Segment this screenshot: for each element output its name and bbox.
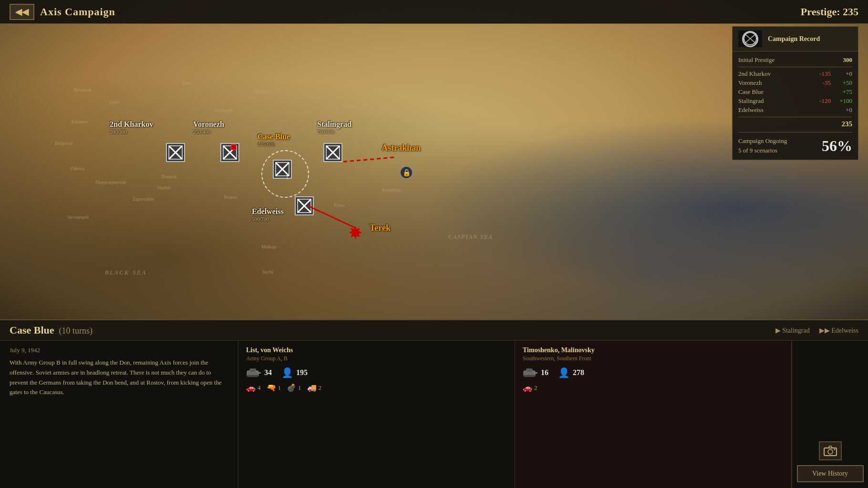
commanders-area: List, von Weichs Army Group A, B 34 👤	[238, 341, 792, 488]
friendly-equip-count-2: 1	[278, 384, 281, 392]
axis-flag-icon	[738, 30, 762, 47]
cr-status-text: Campaign Ongoing 5 of 9 scenarios	[738, 136, 787, 155]
scenario-description: With Army Group B in full swing along th…	[10, 358, 228, 397]
svg-rect-26	[524, 375, 535, 376]
rostov-label: Rostov	[224, 194, 238, 200]
camera-button[interactable]	[819, 441, 842, 460]
scenario-row-voronezh[interactable]: Voronezh -35 +50	[738, 79, 852, 87]
edelweiss-location[interactable]: Edelweiss 500/700	[252, 207, 284, 222]
case-blue-unit[interactable]	[273, 160, 292, 179]
friendly-unit-stats: 34 👤 195	[246, 367, 507, 378]
kharkov-unit[interactable]	[166, 143, 185, 162]
scenario-row-edelweiss[interactable]: Edelweiss +0	[738, 106, 852, 114]
friendly-commander-name: List, von Weichs	[246, 346, 507, 354]
friendly-tank-count: 34	[264, 368, 272, 377]
case-blue-location[interactable]: Case Blue 475/600	[258, 132, 290, 147]
campaign-panel-body: Initial Prestige 300 2nd Kharkov -135 +0…	[733, 51, 858, 160]
belgorod-label: Belgorod	[55, 141, 72, 146]
friendly-equip-icon-3: 💣	[287, 383, 296, 392]
right-panel: View History	[792, 341, 868, 488]
nav-stalingrad[interactable]: ▶ Stalingrad	[775, 326, 810, 335]
scenario-turns: (10 turns)	[59, 326, 93, 336]
campaign-panel-header: Campaign Record	[733, 27, 858, 51]
initial-prestige-value: 300	[843, 56, 853, 64]
scenario-date: July 9, 1942	[10, 346, 228, 354]
astrakhan-arrow	[343, 156, 396, 163]
maikop-label: Maikop	[261, 244, 276, 249]
scenario-nav: ▶ Stalingrad ▶▶ Edelweiss	[775, 326, 858, 335]
map-area[interactable]: BLACK SEA CASPIAN SEA Tula Tambov Sarato…	[0, 0, 868, 319]
kharkov-location[interactable]: 2nd Kharkov 200/300	[110, 120, 153, 134]
initial-prestige-row: Initial Prestige 300	[738, 56, 852, 64]
terek-location[interactable]: Terek	[370, 223, 391, 233]
zaporozhie-label: Zaporozhie	[133, 196, 155, 202]
svg-line-18	[744, 33, 756, 44]
astrakhan-city-label: Astrakhan	[382, 187, 401, 193]
voronezh-city-label: Voronezh	[214, 108, 232, 113]
friendly-infantry-icon: 👤	[281, 367, 293, 378]
voronezh-location[interactable]: Voronezh 250/400	[193, 120, 224, 134]
friendly-equip-3: 💣 1	[287, 383, 301, 392]
top-bar: ◀◀ Axis Campaign Prestige: 235	[0, 0, 868, 24]
stalingrad-unit[interactable]	[323, 143, 342, 162]
scenario-title: Case Blue	[10, 324, 54, 336]
campaign-panel: Campaign Record Initial Prestige 300 2nd…	[732, 26, 858, 160]
enemy-equip-count-1: 2	[534, 384, 537, 392]
black-sea-label: BLACK SEA	[105, 269, 147, 276]
enemy-infantry-icon: 👤	[558, 367, 570, 378]
description-area: July 9, 1942 With Army Group B in full s…	[0, 341, 238, 488]
enemy-infantry: 👤 278	[558, 367, 584, 378]
enemy-commander-name: Timoshenko, Malinovsky	[523, 346, 784, 354]
camera-icon	[824, 446, 837, 456]
svg-rect-24	[527, 369, 532, 372]
friendly-commander-force: Army Group A, B	[246, 355, 507, 362]
kharkov-label: Kharkov	[72, 119, 88, 124]
svg-rect-21	[257, 372, 261, 374]
lock-icon: 🔒	[400, 166, 413, 179]
donetsk-label: Donetsk	[161, 174, 177, 179]
tambov-label: Tambov	[253, 88, 270, 94]
edelweiss-unit[interactable]	[295, 196, 314, 215]
caspian-sea-label: CASPIAN SEA	[448, 234, 493, 241]
enemy-equipment: 🚗 2	[523, 383, 784, 392]
friendly-equip-icon-2: 🔫	[267, 383, 276, 392]
scenario-row-stalingrad[interactable]: Stalingrad -120 +100	[738, 97, 852, 105]
svg-point-28	[828, 449, 833, 454]
friendly-equip-4: 🚚 2	[307, 383, 322, 392]
nav-edelweiss[interactable]: ▶▶ Edelweiss	[819, 326, 858, 335]
elista-label: Elista	[334, 203, 345, 208]
bottom-content: July 9, 1942 With Army Group B in full s…	[0, 341, 868, 488]
enemy-commander-panel: Timoshenko, Malinovsky Southwestern, Sou…	[515, 341, 792, 488]
scenario-header: Case Blue (10 turns) ▶ Stalingrad ▶▶ Ede…	[0, 320, 868, 341]
prestige-label: Prestige:	[801, 6, 840, 18]
stalino-label: Stalino	[157, 185, 171, 190]
voronezh-unit[interactable]	[220, 143, 239, 162]
scenario-row-caseblue[interactable]: Case Blue +75	[738, 88, 852, 96]
svg-point-16	[744, 32, 756, 45]
friendly-tanks: 34	[246, 368, 272, 377]
campaign-percent: 56%	[822, 137, 852, 155]
svg-rect-20	[250, 369, 256, 372]
enemy-infantry-count: 278	[573, 368, 584, 377]
view-history-button[interactable]: View History	[797, 465, 864, 482]
dnepro-label: Dnepropetrovsk	[95, 180, 126, 185]
friendly-commander-panel: List, von Weichs Army Group A, B 34 👤	[238, 341, 515, 488]
cr-total-value: 235	[842, 120, 853, 128]
campaign-ongoing: Campaign Ongoing	[738, 136, 787, 146]
astrakhan-location[interactable]: Astrakhan	[382, 143, 421, 153]
stalingrad-location[interactable]: Stalingrad 700/800	[317, 120, 351, 134]
voronezh-marker	[231, 144, 237, 150]
friendly-equip-icon-1: 🚗	[246, 383, 256, 392]
prestige-display: Prestige: 235	[801, 6, 858, 18]
friendly-equip-count-1: 4	[258, 384, 261, 392]
scenario-row-kharkov[interactable]: 2nd Kharkov -135 +0	[738, 70, 852, 78]
campaign-record-title: Campaign Record	[768, 35, 820, 43]
prestige-value: 235	[843, 6, 858, 18]
bottom-bar: Case Blue (10 turns) ▶ Stalingrad ▶▶ Ede…	[0, 319, 868, 488]
enemy-equip-icon-1: 🚗	[523, 383, 532, 392]
enemy-tanks: 16	[523, 368, 548, 377]
svg-line-17	[744, 33, 756, 44]
bryansk-label: Bryansk	[74, 87, 92, 92]
friendly-infantry-count: 195	[296, 368, 308, 377]
back-button[interactable]: ◀◀	[10, 4, 34, 20]
